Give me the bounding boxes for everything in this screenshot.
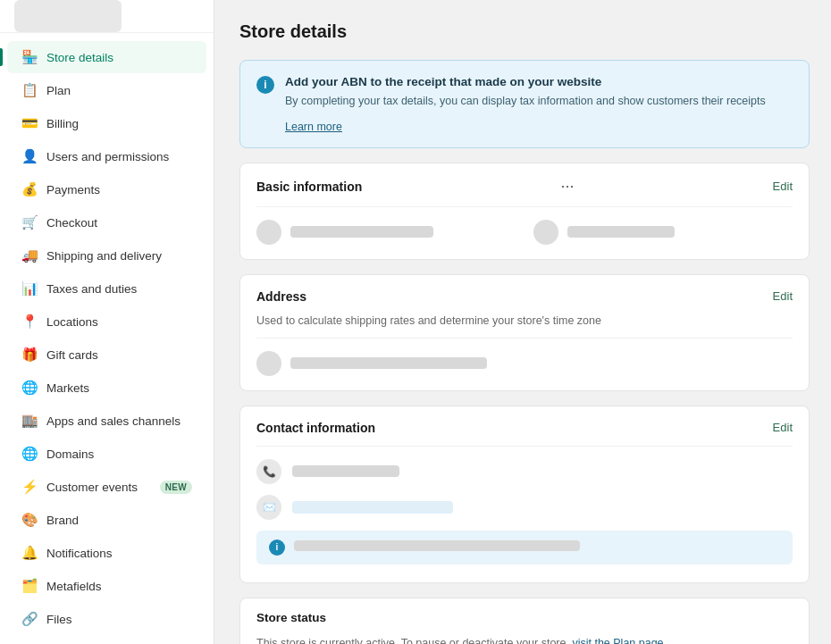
sidebar-item-store-details[interactable]: 🏪Store details <box>7 41 206 73</box>
plan-icon: 📋 <box>21 82 38 98</box>
contact-edit[interactable]: Edit <box>773 421 793 434</box>
sidebar-item-domains[interactable]: 🌐Domains <box>7 438 206 470</box>
customer-events-label: Customer events <box>46 481 151 494</box>
email-icon: ✉️ <box>256 495 281 520</box>
store-status-description: This store is currently active. To pause… <box>240 637 809 644</box>
sidebar-item-apps-sales-channels[interactable]: 🏬Apps and sales channels <box>7 405 206 437</box>
info-banner-description: By completing your tax details, you can … <box>285 93 793 110</box>
sidebar-logo <box>0 0 214 33</box>
files-icon: 🔗 <box>21 611 38 627</box>
store-name-field <box>256 220 516 245</box>
sidebar-item-users-permissions[interactable]: 👤Users and permissions <box>7 140 206 172</box>
checkout-icon: 🛒 <box>21 214 38 230</box>
users-permissions-icon: 👤 <box>21 148 38 164</box>
contact-alert-icon: i <box>269 539 285 556</box>
sidebar-item-notifications[interactable]: 🔔Notifications <box>7 537 206 569</box>
users-permissions-label: Users and permissions <box>46 150 192 163</box>
metafields-icon: 🗂️ <box>21 578 38 594</box>
sidebar-item-payments[interactable]: 💰Payments <box>7 173 206 205</box>
email-value <box>292 501 453 514</box>
contact-information-card: Contact information Edit 📞 ✉️ i <box>239 406 810 583</box>
address-subtitle: Used to calculate shipping rates and det… <box>240 314 809 338</box>
customer-events-badge: New <box>160 481 192 494</box>
sidebar-item-metafields[interactable]: 🗂️Metafields <box>7 570 206 602</box>
contact-body: 📞 ✉️ i <box>240 447 809 582</box>
gift-cards-icon: 🎁 <box>21 347 38 363</box>
files-label: Files <box>46 613 192 626</box>
info-banner-content: Add your ABN to the receipt that made on… <box>285 75 793 133</box>
basic-information-menu[interactable]: ··· <box>558 178 576 196</box>
phone-field: 📞 <box>256 459 793 484</box>
markets-icon: 🌐 <box>21 380 38 396</box>
store-status-title: Store status <box>256 611 326 624</box>
contact-title: Contact information <box>256 421 375 435</box>
sidebar-item-customer-events[interactable]: ⚡Customer eventsNew <box>7 471 206 503</box>
gift-cards-label: Gift cards <box>46 348 192 362</box>
billing-label: Billing <box>46 117 192 130</box>
basic-information-body <box>240 207 809 259</box>
sidebar-item-checkout[interactable]: 🛒Checkout <box>7 206 206 238</box>
payments-label: Payments <box>46 183 192 197</box>
sidebar-item-files[interactable]: 🔗Files <box>7 603 206 635</box>
taxes-duties-label: Taxes and duties <box>46 282 192 296</box>
address-body <box>240 339 809 390</box>
info-banner: i Add your ABN to the receipt that made … <box>239 60 810 148</box>
sidebar-item-brand[interactable]: 🎨Brand <box>7 504 206 536</box>
currency-value <box>567 226 675 238</box>
apps-sales-channels-label: Apps and sales channels <box>46 414 192 428</box>
locations-label: Locations <box>46 315 192 329</box>
sidebar-item-shipping-delivery[interactable]: 🚚Shipping and delivery <box>7 239 206 272</box>
plan-label: Plan <box>46 84 192 97</box>
main-content: Store details i Add your ABN to the rece… <box>214 0 831 644</box>
contact-alert: i <box>256 531 793 565</box>
contact-header: Contact information Edit <box>240 406 809 446</box>
page-title: Store details <box>239 21 810 42</box>
metafields-label: Metafields <box>46 580 192 593</box>
locations-icon: 📍 <box>21 314 38 330</box>
address-title: Address <box>256 289 306 304</box>
checkout-label: Checkout <box>46 216 192 230</box>
notifications-icon: 🔔 <box>21 545 38 561</box>
basic-information-header: Basic information ··· Edit <box>240 163 809 206</box>
store-status-row: Store status <box>240 598 809 637</box>
info-banner-icon: i <box>256 76 274 94</box>
address-edit[interactable]: Edit <box>773 289 793 303</box>
contact-alert-text <box>294 540 580 554</box>
sidebar-item-billing[interactable]: 💳Billing <box>7 107 206 139</box>
payments-icon: 💰 <box>21 181 38 197</box>
info-banner-link[interactable]: Learn more <box>285 121 342 133</box>
phone-icon: 📞 <box>256 459 281 484</box>
address-card: Address Edit Used to calculate shipping … <box>239 274 810 391</box>
email-field: ✉️ <box>256 495 793 520</box>
sidebar: 🏪Store details📋Plan💳Billing👤Users and pe… <box>0 0 214 644</box>
phone-value <box>292 465 399 477</box>
sidebar-item-taxes-duties[interactable]: 📊Taxes and duties <box>7 272 206 305</box>
domains-label: Domains <box>46 447 192 461</box>
store-details-icon: 🏪 <box>21 49 38 65</box>
address-value <box>290 357 487 369</box>
address-avatar <box>256 351 281 376</box>
shipping-delivery-label: Shipping and delivery <box>46 249 192 263</box>
apps-sales-channels-icon: 🏬 <box>21 413 38 429</box>
basic-information-title: Basic information <box>256 180 362 194</box>
logo-image <box>14 0 122 32</box>
store-status-link[interactable]: visit the Plan page <box>572 637 663 644</box>
sidebar-item-markets[interactable]: 🌐Markets <box>7 372 206 404</box>
notifications-label: Notifications <box>46 547 192 560</box>
sidebar-item-plan[interactable]: 📋Plan <box>7 74 206 106</box>
sidebar-item-languages[interactable]: 🌍Languages <box>7 636 206 644</box>
brand-label: Brand <box>46 514 192 527</box>
basic-information-edit[interactable]: Edit <box>773 180 793 193</box>
customer-events-icon: ⚡ <box>21 479 38 495</box>
sidebar-item-gift-cards[interactable]: 🎁Gift cards <box>7 339 206 371</box>
domains-icon: 🌐 <box>21 446 38 462</box>
sidebar-navigation: 🏪Store details📋Plan💳Billing👤Users and pe… <box>0 33 214 644</box>
info-banner-title: Add your ABN to the receipt that made on… <box>285 75 793 88</box>
store-status-card: Store status This store is currently act… <box>239 598 810 644</box>
sidebar-item-locations[interactable]: 📍Locations <box>7 305 206 338</box>
taxes-duties-icon: 📊 <box>21 280 38 297</box>
brand-icon: 🎨 <box>21 512 38 528</box>
store-name-value <box>290 226 433 238</box>
store-name-avatar <box>256 220 281 245</box>
shipping-delivery-icon: 🚚 <box>21 247 38 263</box>
